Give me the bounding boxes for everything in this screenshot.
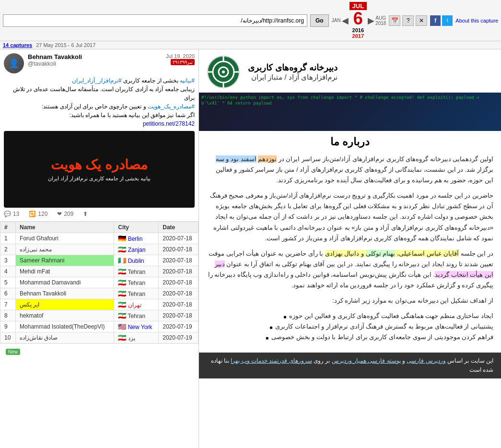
city-name: Tehran [128, 313, 145, 319]
section-title-about: درباره ما [207, 136, 493, 148]
calendar-icon[interactable]: 📅 [389, 15, 400, 26]
city-name: Tehran [128, 269, 145, 275]
about-capture-link[interactable]: About this capture [455, 18, 498, 24]
row-city: 🇮🇷 تهران [114, 299, 159, 310]
go-button[interactable]: Go [310, 14, 329, 27]
tweet-author-handle: @tavakkoli [28, 60, 162, 67]
row-date: 2020-07-18 [159, 266, 198, 277]
list-item-3: فراهم کردن موجودیتی از سوی جامعه‌ای کارب… [207, 332, 493, 342]
row-city: 🇮🇷 Tehran [114, 288, 159, 299]
tweet-like-action[interactable]: ❤ 209 [57, 211, 73, 217]
row-num: 7 [0, 299, 16, 310]
table-row: 10صادق نقاش‌زاده🇮🇷 یزد2020-07-19 [0, 332, 198, 343]
new-badge-area: New [0, 343, 198, 358]
footer-theme-link[interactable]: پوسته فارسی همیار وردپرس [332, 357, 401, 364]
banner-code-overlay: #!/usr/bin/env python import os, sys fro… [201, 95, 499, 129]
help-icon[interactable]: ? [402, 15, 414, 26]
tweet-hashtag3: #مصادره_یک_هویت [148, 103, 195, 110]
city-name: New York [128, 324, 152, 330]
row-date: 2020-07-18 [159, 255, 198, 266]
url-input[interactable] [3, 14, 307, 27]
active-date: JUL 6 2016 2017 [350, 2, 367, 39]
like-count: 209 [64, 211, 73, 217]
row-num: 3 [0, 255, 16, 266]
captures-count-link[interactable]: 14 captures [3, 42, 32, 48]
tweet-text: #بیانیه بخشی از جامعه کاربری #نرم‌افزار_… [4, 76, 195, 128]
tweet-image: مصادره یک هویت بیانیه بخشی از جامعه کارب… [4, 131, 195, 208]
flag-icon: 🇮🇷 [118, 268, 126, 275]
table-row: 2محمد نبی‌زاده🇮🇷 Zanjan2020-07-18 [0, 244, 198, 255]
city-name: Dublin [128, 258, 144, 264]
twitter-icon[interactable]: t [442, 15, 453, 26]
row-name: ایر یکس [16, 299, 114, 310]
tweet-retweet-action[interactable]: 🔁 120 [29, 211, 47, 217]
row-date: 2020-07-19 [159, 332, 198, 343]
retweet-count: 120 [38, 211, 47, 217]
row-name: Mohammad Damavandi [16, 277, 114, 288]
row-city: 🇮🇪 Dublin [114, 255, 159, 266]
row-date: 2020-07-18 [159, 299, 198, 310]
footer-hosting-link[interactable]: سرورهای قدرتمند خدمات وب بهرا [231, 357, 312, 364]
highlight-93rd: اسفند نود و سه [216, 155, 256, 163]
site-logo [207, 55, 240, 89]
active-day: 6 [353, 10, 363, 27]
social-icons: f t [430, 15, 453, 26]
highlight-names1: آقایان عباس اسماعیلی، بهنام توکلی و دانی… [325, 250, 459, 257]
city-name: Tehran [128, 280, 145, 286]
flag-icon: 🇮🇷 [118, 290, 126, 297]
row-name: Mehdi mFat [16, 266, 114, 277]
tweet-date: Jul 19, 2020 [166, 53, 195, 59]
site-title-main: دبیرخانه گروه‌های کاربری [248, 62, 338, 73]
list-item-2: پشتیبانی از فعالیت‌های مربوط به گسترش فر… [207, 321, 493, 332]
flag-icon: 🇮🇪 [118, 257, 126, 264]
row-date: 2020-07-18 [159, 244, 198, 255]
row-num: 1 [0, 233, 16, 244]
main-content: 👤 Behnam Tavakkoli @tavakkoli Jul 19, 20… [0, 49, 501, 448]
new-label-badge: New [6, 349, 20, 355]
like-icon: ❤ [57, 211, 62, 217]
next-arrow[interactable]: ▶ [368, 15, 374, 26]
table-row: 9Mohammad Isolated(TheDeepVI)🇺🇸 New York… [0, 321, 198, 332]
prev-arrow[interactable]: ◀ [342, 15, 349, 26]
row-num: 5 [0, 277, 16, 288]
col-header-name: Name [16, 222, 114, 233]
tweet-comments-action[interactable]: 💬 13 [4, 211, 19, 217]
list-item-1: ایجاد ساختاری منظم جهت هماهنگی فعالیت گر… [207, 311, 493, 321]
row-date: 2020-07-18 [159, 288, 198, 299]
city-name: Tehran [128, 291, 145, 297]
aug-label: AUG [375, 15, 386, 21]
right-panel-body: درباره ما اولین گردهمایی دبیرخانه گروه‌ه… [199, 131, 501, 353]
table-row: 8hekmatof🇮🇷 Tehran2020-07-18 [0, 310, 198, 321]
body-paragraph-4: از اهداف تشکیل این دبیرخانه می‌توان به م… [207, 295, 493, 306]
jan-label: JAN [332, 18, 341, 23]
row-num: 9 [0, 321, 16, 332]
facebook-icon[interactable]: f [430, 15, 441, 26]
table-row: 1Forud Ghafouri🇩🇪 Berlin2020-07-18 [0, 233, 198, 244]
tweet-header: 👤 Behnam Tavakkoli @tavakkoli Jul 19, 20… [4, 53, 195, 73]
footer-wp-link[interactable]: وردپرس فارسی [407, 357, 445, 364]
row-name: Mohammad Isolated(TheDeepVI) [16, 321, 114, 332]
tweet-image-subtitle-fa: بیانیه بخشی از جامعه کاربری نرم‌افزار آز… [48, 176, 151, 182]
row-city: 🇺🇸 New York [114, 321, 159, 332]
tweet-share-action[interactable]: ⬆ [83, 211, 88, 217]
table-row: 6Behnam Tavakkoli🇮🇷 Tehran2020-07-18 [0, 288, 198, 299]
row-date: 2020-07-18 [159, 310, 198, 321]
row-num: 10 [0, 332, 16, 343]
wayback-icons-group: 📅 ? ✕ [389, 15, 427, 26]
col-header-city: City [114, 222, 159, 233]
tweet-author-name: Behnam Tavakkoli [28, 53, 162, 60]
site-title-sub: نرم‌افزارهای آزاد / متباز ایران [248, 73, 338, 82]
flag-icon: 🇩🇪 [118, 235, 126, 242]
close-icon[interactable]: ✕ [416, 15, 427, 26]
row-date: 2020-07-19 [159, 321, 198, 332]
tweet-user-info: Behnam Tavakkoli @tavakkoli [28, 53, 162, 67]
row-name: hekmatof [16, 310, 114, 321]
table-row: 7ایر یکس🇮🇷 تهران2020-07-18 [0, 299, 198, 310]
row-num: 6 [0, 288, 16, 299]
aug-year-val: 2018 [375, 21, 386, 26]
col-header-date: Date [159, 222, 198, 233]
highlight-secretary: دبیر این هیأت انتخاب گردید [215, 260, 493, 278]
petition-table-container: # Name City Date 1Forud Ghafouri🇩🇪 Berli… [0, 222, 198, 343]
petition-link[interactable]: petitions.net/278142 [143, 120, 195, 127]
col-header-num: # [0, 222, 16, 233]
